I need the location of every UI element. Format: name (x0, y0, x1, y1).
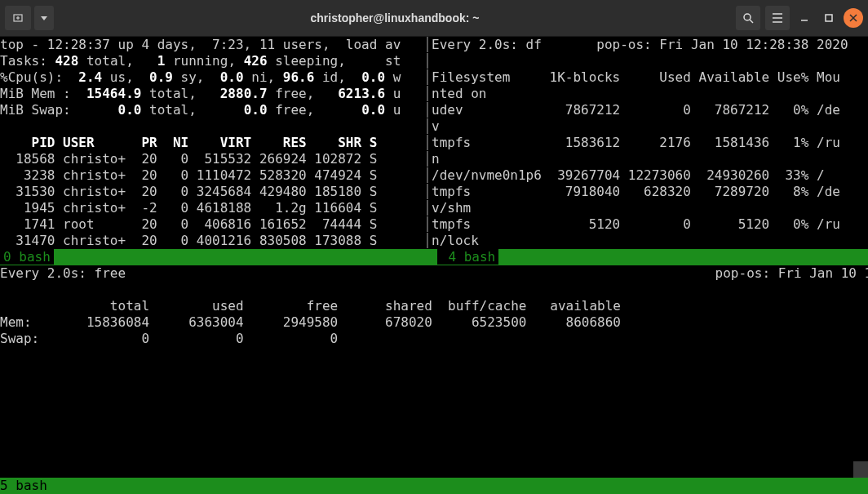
hamburger-menu[interactable] (765, 6, 790, 30)
top-process-row: 31530 christo+ 20 0 3245684 429480 18518… (0, 184, 377, 199)
df-columns-header: Filesystem 1K-blocks Used Available Use%… (432, 69, 840, 101)
df-watch-header: Every 2.0s: df pop-os: Fri Jan 10 12:28:… (432, 37, 848, 52)
terminal-area[interactable]: top - 12:28:37 up 4 days, 7:23, 11 users… (0, 37, 868, 494)
top-process-row: 3238 christo+ 20 0 1110472 528320 474924… (0, 167, 377, 183)
minimize-button[interactable] (795, 8, 814, 28)
pane-divider-vertical: │ │ │ │ │ │ │ │ │ │ │ │ │ (423, 37, 432, 249)
free-swap-row: Swap: 0 0 0 (0, 331, 338, 346)
window-title: christopher@linuxhandbook: ~ (54, 10, 736, 26)
maximize-button[interactable] (819, 8, 839, 28)
df-row: udev 7867212 0 7867212 0% /de v (432, 102, 840, 134)
top-process-row: 1741 root 20 0 406816 161652 74444 S (0, 216, 377, 232)
svg-marker-3 (41, 16, 47, 20)
df-row: tmpfs 1583612 2176 1581436 1% /ru n (432, 135, 840, 167)
tmux-window-label[interactable]: 4 bash (437, 249, 498, 265)
top-swap-line: MiB Swap: 0.0 total, 0.0 free, 0.0 u (0, 102, 401, 118)
tmux-window-label[interactable]: 5 bash (0, 478, 47, 493)
close-button[interactable] (844, 8, 863, 28)
df-row: tmpfs 5120 0 5120 0% /ru n/lock (432, 216, 840, 248)
top-tasks-line: Tasks: 428 total, 1 running, 426 sleepin… (0, 53, 401, 69)
pane-top-right[interactable]: Every 2.0s: df pop-os: Fri Jan 10 12:28:… (432, 37, 868, 249)
new-tab-button[interactable] (5, 6, 31, 30)
new-tab-dropdown[interactable] (34, 6, 54, 30)
pane-bottom[interactable]: Every 2.0s: free pop-os: Fri Jan 10 12:2… (0, 265, 868, 478)
top-mem-line: MiB Mem : 15464.9 total, 2880.7 free, 62… (0, 86, 401, 101)
top-cpu-line: %Cpu(s): 2.4 us, 0.9 sy, 0.0 ni, 96.6 id… (0, 69, 401, 85)
free-mem-row: Mem: 15836084 6363004 2949580 678020 652… (0, 314, 621, 330)
df-row: tmpfs 7918040 628320 7289720 8% /de v/sh… (432, 184, 840, 216)
top-process-row: 18568 christo+ 20 0 515532 266924 102872… (0, 151, 377, 167)
top-process-header: PID USER PR NI VIRT RES SHR S (0, 135, 377, 150)
window-titlebar: christopher@linuxhandbook: ~ (0, 0, 868, 37)
top-summary-line: top - 12:28:37 up 4 days, 7:23, 11 users… (0, 37, 401, 52)
svg-line-5 (750, 20, 753, 23)
svg-rect-10 (826, 15, 832, 21)
svg-point-4 (744, 14, 751, 20)
tmux-window-label[interactable]: 0 bash (0, 249, 54, 265)
top-process-row: 31470 christo+ 20 0 4001216 830508 17308… (0, 233, 377, 248)
scrollbar-thumb[interactable] (853, 461, 868, 478)
search-button[interactable] (736, 6, 760, 30)
df-row: /dev/nvme0n1p6 39267704 12273060 2493026… (432, 167, 825, 183)
free-watch-header: Every 2.0s: free pop-os: Fri Jan 10 12:2… (0, 265, 868, 281)
free-columns-header: total used free shared buff/cache availa… (0, 298, 621, 314)
tmux-status-bar-lower: 5 bash (0, 478, 868, 494)
tmux-status-bar-upper: 0 bash 4 bash (0, 249, 868, 265)
top-process-row: 1945 christo+ -2 0 4618188 1.2g 116604 S (0, 200, 377, 216)
pane-top-left[interactable]: top - 12:28:37 up 4 days, 7:23, 11 users… (0, 37, 423, 249)
